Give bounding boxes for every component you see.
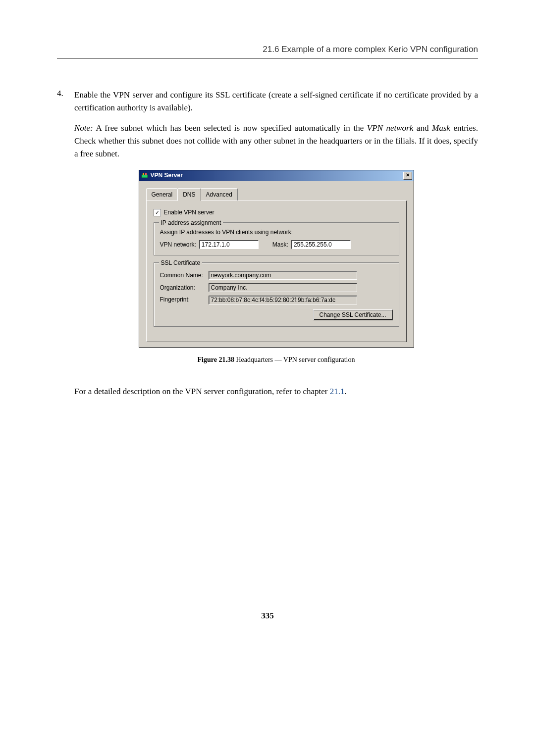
closing-paragraph: For a detailed description on the VPN se… bbox=[74, 385, 478, 398]
section-header: 21.6 Example of a more complex Kerio VPN… bbox=[57, 45, 478, 59]
fingerprint-field bbox=[209, 296, 357, 304]
organization-label: Organization: bbox=[160, 283, 209, 293]
dialog-title: VPN Server bbox=[151, 171, 403, 180]
tab-advanced[interactable]: Advanced bbox=[201, 188, 238, 201]
ssl-legend: SSL Certificate bbox=[159, 258, 203, 268]
svg-rect-1 bbox=[143, 173, 144, 175]
chapter-link[interactable]: 21.1 bbox=[330, 387, 345, 396]
mask-input[interactable] bbox=[291, 240, 351, 249]
vpn-server-dialog: VPN Server ✕ General DNS Advanced ✓ E bbox=[139, 170, 414, 348]
vpn-network-input[interactable] bbox=[199, 240, 259, 249]
common-name-label: Common Name: bbox=[160, 271, 209, 280]
svg-rect-0 bbox=[142, 175, 148, 178]
dialog-titlebar: VPN Server ✕ bbox=[139, 170, 414, 181]
common-name-field bbox=[209, 271, 357, 280]
organization-field bbox=[209, 283, 357, 292]
vpn-network-label: VPN network: bbox=[160, 240, 196, 250]
vpn-network-term: VPN network bbox=[367, 123, 413, 133]
mask-term: Mask bbox=[432, 123, 450, 133]
fingerprint-label: Fingerprint: bbox=[160, 295, 209, 304]
tab-dns[interactable]: DNS bbox=[177, 188, 201, 202]
figure-number: Figure 21.38 bbox=[198, 356, 234, 363]
enable-vpn-label: Enable VPN server bbox=[164, 208, 214, 217]
enable-vpn-checkbox[interactable]: ✓ bbox=[154, 209, 161, 216]
tab-general[interactable]: General bbox=[146, 188, 178, 201]
page-number: 335 bbox=[57, 611, 478, 621]
app-icon bbox=[141, 172, 149, 180]
ip-assignment-group: IP address assignment Assign IP addresse… bbox=[154, 222, 399, 255]
change-ssl-button[interactable]: Change SSL Certificate... bbox=[313, 309, 393, 320]
ip-group-legend: IP address assignment bbox=[159, 218, 223, 228]
list-number: 4. bbox=[57, 89, 74, 378]
ssl-certificate-group: SSL Certificate Common Name: Organizatio… bbox=[154, 262, 399, 327]
note-label: Note: bbox=[74, 123, 93, 133]
paragraph-enable-vpn: Enable the VPN server and configure its … bbox=[74, 89, 478, 115]
paragraph-note: Note: A free subnet which has been selec… bbox=[74, 122, 478, 161]
figure-caption: Figure 21.38 Headquarters — VPN server c… bbox=[74, 354, 478, 365]
tab-panel: ✓ Enable VPN server IP address assignmen… bbox=[146, 201, 407, 342]
close-icon[interactable]: ✕ bbox=[403, 172, 412, 180]
svg-rect-2 bbox=[145, 173, 147, 175]
mask-label: Mask: bbox=[272, 240, 288, 250]
ip-group-text: Assign IP addresses to VPN clients using… bbox=[160, 228, 393, 237]
